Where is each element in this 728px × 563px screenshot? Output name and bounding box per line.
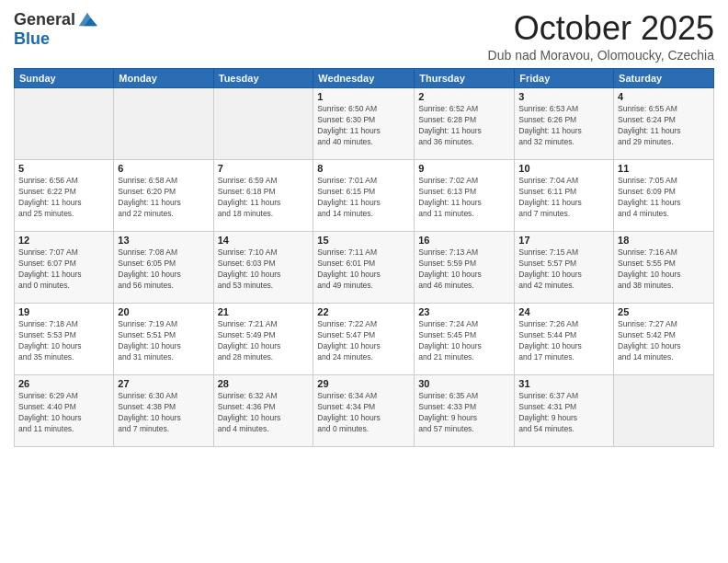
list-item: 8 Sunrise: 7:01 AMSunset: 6:15 PMDayligh… bbox=[313, 160, 415, 232]
col-sunday: Sunday bbox=[15, 69, 114, 88]
list-item: 3 Sunrise: 6:53 AMSunset: 6:26 PMDayligh… bbox=[515, 88, 614, 160]
logo-general-text: General bbox=[14, 10, 75, 29]
table-row: 26 Sunrise: 6:29 AMSunset: 4:40 PMDaylig… bbox=[15, 375, 714, 447]
list-item: 21 Sunrise: 7:21 AMSunset: 5:49 PMDaylig… bbox=[213, 304, 313, 375]
empty-cell bbox=[213, 88, 313, 160]
list-item: 27 Sunrise: 6:30 AMSunset: 4:38 PMDaylig… bbox=[114, 375, 213, 447]
list-item: 14 Sunrise: 7:10 AMSunset: 6:03 PMDaylig… bbox=[213, 232, 313, 304]
empty-cell bbox=[15, 88, 114, 160]
logo-icon bbox=[77, 9, 97, 29]
list-item: 13 Sunrise: 7:08 AMSunset: 6:05 PMDaylig… bbox=[114, 232, 213, 304]
calendar-table: Sunday Monday Tuesday Wednesday Thursday… bbox=[14, 68, 714, 447]
col-wednesday: Wednesday bbox=[313, 69, 415, 88]
list-item: 20 Sunrise: 7:19 AMSunset: 5:51 PMDaylig… bbox=[114, 304, 213, 375]
calendar-body: 1 Sunrise: 6:50 AMSunset: 6:30 PMDayligh… bbox=[15, 88, 714, 447]
list-item: 17 Sunrise: 7:15 AMSunset: 5:57 PMDaylig… bbox=[515, 232, 614, 304]
list-item: 30 Sunrise: 6:35 AMSunset: 4:33 PMDaylig… bbox=[415, 375, 515, 447]
list-item: 25 Sunrise: 7:27 AMSunset: 5:42 PMDaylig… bbox=[614, 304, 714, 375]
col-monday: Monday bbox=[114, 69, 213, 88]
col-saturday: Saturday bbox=[614, 69, 714, 88]
month-title: October 2025 bbox=[488, 9, 714, 48]
list-item: 24 Sunrise: 7:26 AMSunset: 5:44 PMDaylig… bbox=[515, 304, 614, 375]
header: General Blue October 2025 Dub nad Moravo… bbox=[14, 9, 714, 63]
table-row: 12 Sunrise: 7:07 AMSunset: 6:07 PMDaylig… bbox=[15, 232, 714, 304]
empty-cell bbox=[114, 88, 213, 160]
list-item: 4 Sunrise: 6:55 AMSunset: 6:24 PMDayligh… bbox=[614, 88, 714, 160]
list-item: 11 Sunrise: 7:05 AMSunset: 6:09 PMDaylig… bbox=[614, 160, 714, 232]
title-block: October 2025 Dub nad Moravou, Olomoucky,… bbox=[488, 9, 714, 63]
list-item: 31 Sunrise: 6:37 AMSunset: 4:31 PMDaylig… bbox=[515, 375, 614, 447]
list-item: 19 Sunrise: 7:18 AMSunset: 5:53 PMDaylig… bbox=[15, 304, 114, 375]
list-item: 5 Sunrise: 6:56 AMSunset: 6:22 PMDayligh… bbox=[15, 160, 114, 232]
list-item: 16 Sunrise: 7:13 AMSunset: 5:59 PMDaylig… bbox=[415, 232, 515, 304]
page: General Blue October 2025 Dub nad Moravo… bbox=[0, 0, 728, 563]
list-item: 10 Sunrise: 7:04 AMSunset: 6:11 PMDaylig… bbox=[515, 160, 614, 232]
list-item: 26 Sunrise: 6:29 AMSunset: 4:40 PMDaylig… bbox=[15, 375, 114, 447]
list-item: 29 Sunrise: 6:34 AMSunset: 4:34 PMDaylig… bbox=[313, 375, 415, 447]
list-item: 6 Sunrise: 6:58 AMSunset: 6:20 PMDayligh… bbox=[114, 160, 213, 232]
col-friday: Friday bbox=[515, 69, 614, 88]
col-tuesday: Tuesday bbox=[213, 69, 313, 88]
list-item: 15 Sunrise: 7:11 AMSunset: 6:01 PMDaylig… bbox=[313, 232, 415, 304]
list-item: 9 Sunrise: 7:02 AMSunset: 6:13 PMDayligh… bbox=[415, 160, 515, 232]
list-item: 22 Sunrise: 7:22 AMSunset: 5:47 PMDaylig… bbox=[313, 304, 415, 375]
logo: General Blue bbox=[14, 9, 97, 49]
table-row: 19 Sunrise: 7:18 AMSunset: 5:53 PMDaylig… bbox=[15, 304, 714, 375]
calendar-header: Sunday Monday Tuesday Wednesday Thursday… bbox=[15, 69, 714, 88]
list-item: 1 Sunrise: 6:50 AMSunset: 6:30 PMDayligh… bbox=[313, 88, 415, 160]
empty-cell bbox=[614, 375, 714, 447]
list-item: 2 Sunrise: 6:52 AMSunset: 6:28 PMDayligh… bbox=[415, 88, 515, 160]
list-item: 7 Sunrise: 6:59 AMSunset: 6:18 PMDayligh… bbox=[213, 160, 313, 232]
list-item: 12 Sunrise: 7:07 AMSunset: 6:07 PMDaylig… bbox=[15, 232, 114, 304]
table-row: 1 Sunrise: 6:50 AMSunset: 6:30 PMDayligh… bbox=[15, 88, 714, 160]
logo-blue-text: Blue bbox=[14, 29, 97, 49]
list-item: 28 Sunrise: 6:32 AMSunset: 4:36 PMDaylig… bbox=[213, 375, 313, 447]
table-row: 5 Sunrise: 6:56 AMSunset: 6:22 PMDayligh… bbox=[15, 160, 714, 232]
col-thursday: Thursday bbox=[415, 69, 515, 88]
list-item: 23 Sunrise: 7:24 AMSunset: 5:45 PMDaylig… bbox=[415, 304, 515, 375]
list-item: 18 Sunrise: 7:16 AMSunset: 5:55 PMDaylig… bbox=[614, 232, 714, 304]
location: Dub nad Moravou, Olomoucky, Czechia bbox=[488, 48, 714, 63]
